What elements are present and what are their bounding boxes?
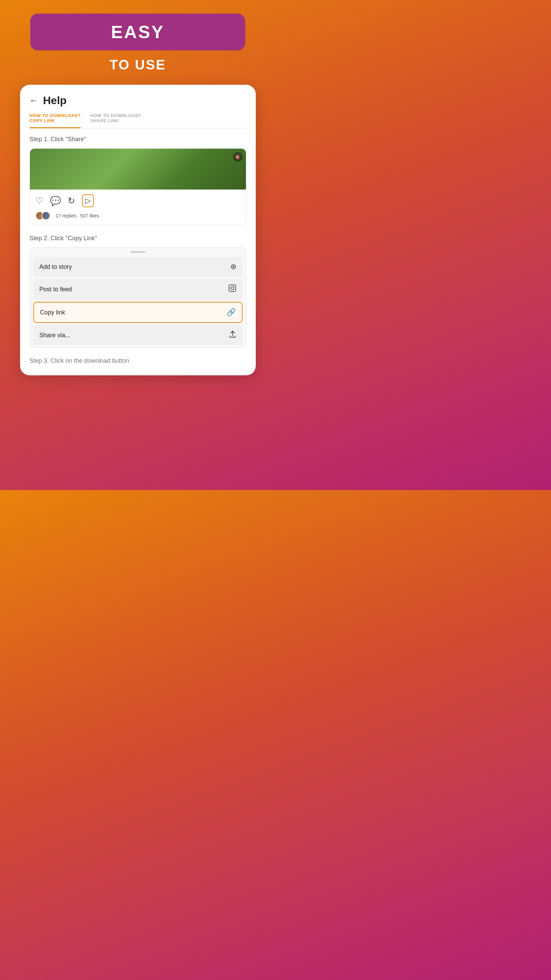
sheet-item-feed[interactable]: Post to feed [33,279,243,300]
share-icon-highlighted[interactable]: ▷ [82,194,94,207]
copy-label: Copy link [40,309,65,316]
sheet-handle [30,248,246,255]
sheet-item-copy[interactable]: Copy link 🔗 [33,302,243,323]
story-icon: ⊕ [230,262,237,271]
share-via-icon [229,331,237,340]
easy-label: EASY [111,22,165,42]
handle-bar [130,251,145,253]
sheet-item-story[interactable]: Add to story ⊕ [33,257,243,277]
tab-bar: HOW TO DOWNLOAD?COPY LINK HOW TO DOWNLOA… [30,113,246,128]
repost-icon: ↻ [68,196,75,206]
post-actions: ♡ 💬 ↻ ▷ [30,189,246,210]
post-image: 🔇 [30,149,246,189]
step2-text: Step 2. Click "Copy Link" [30,235,246,242]
share-via-label: Share via... [40,332,70,339]
help-card: ← Help HOW TO DOWNLOAD?COPY LINK HOW TO … [20,85,256,375]
comment-icon: 💬 [50,196,61,206]
svg-point-2 [233,286,234,287]
post-meta: 17 replies · 507 likes [30,210,246,225]
mute-icon: 🔇 [233,152,243,162]
tab-copy-link[interactable]: HOW TO DOWNLOAD?COPY LINK [30,113,81,128]
feed-icon [228,284,237,294]
step1-text: Step 1. Click "Share" [30,136,246,143]
avatars [35,211,48,220]
svg-rect-0 [229,285,236,292]
post-stats: 17 replies · 507 likes [56,213,99,218]
story-label: Add to story [40,263,72,270]
post-mockup: 🔇 ♡ 💬 ↻ ▷ 17 replies · 507 likes [30,148,246,225]
sheet-item-share[interactable]: Share via... [33,325,243,345]
tab-share-link[interactable]: HOW TO DOWNLOAD?SHARE LINK [90,113,141,128]
like-icon: ♡ [35,196,43,206]
to-use-label: TO USE [110,57,166,73]
avatar-2 [41,211,50,220]
card-header: ← Help [30,94,246,107]
feed-label: Post to feed [40,286,72,293]
share-sheet: Add to story ⊕ Post to feed Copy link 🔗 … [30,247,246,348]
easy-banner: EASY [30,14,245,50]
step3-text: Step 3. Click on the download button [30,357,246,364]
back-button[interactable]: ← [30,95,38,106]
copy-icon: 🔗 [227,308,236,317]
svg-point-1 [230,287,233,290]
card-title: Help [43,94,67,107]
